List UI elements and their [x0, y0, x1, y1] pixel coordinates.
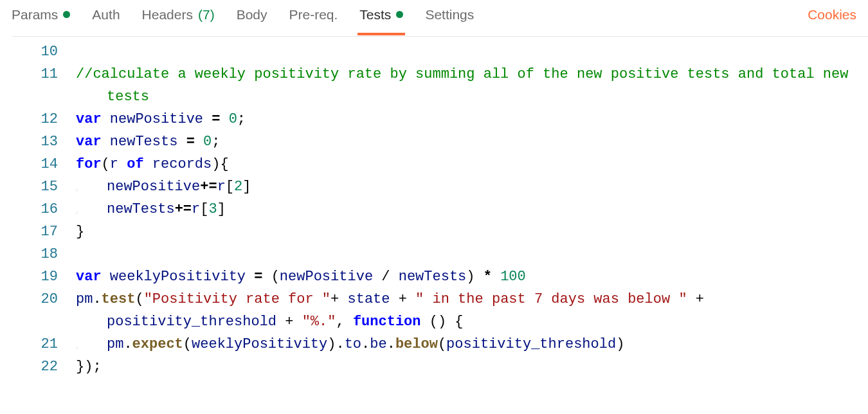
code-token: 0: [203, 134, 212, 150]
code-token: to: [345, 336, 361, 352]
code-token: newTests: [399, 269, 467, 285]
code-token: ;: [237, 111, 246, 127]
code-token: ]: [217, 201, 226, 217]
code-token: (: [183, 336, 192, 352]
tab-tests[interactable]: Tests: [359, 1, 403, 35]
code-token: =: [212, 111, 220, 127]
line-number: 14: [12, 153, 58, 176]
tab-label: Settings: [425, 7, 474, 22]
code-token: [144, 156, 152, 172]
code-token: state: [347, 291, 390, 307]
tab-label: Auth: [92, 7, 120, 22]
code-line: var newTests = 0;: [76, 130, 863, 153]
code-token: {: [220, 156, 228, 172]
code-token: +: [285, 314, 293, 330]
code-token: newTests: [110, 134, 178, 150]
code-token: .: [387, 336, 395, 352]
code-token: ): [212, 156, 220, 172]
cookies-link[interactable]: Cookies: [808, 7, 856, 29]
code-token: +=: [200, 179, 217, 195]
code-token: newPositive: [110, 111, 203, 127]
fade-overlay: [12, 402, 868, 414]
code-token: });: [76, 359, 102, 375]
tab-params[interactable]: Params: [12, 1, 70, 35]
code-token: positivity_threshold: [107, 314, 276, 330]
line-number: 16: [12, 198, 58, 221]
line-number: 12: [12, 108, 58, 130]
tab-prereq[interactable]: Pre-req.: [289, 1, 338, 35]
code-editor[interactable]: 1011 121314151617181920 2122 //calculate…: [12, 36, 868, 414]
code-token: [102, 269, 110, 285]
code-token: ).: [327, 336, 344, 352]
code-token: .: [361, 336, 370, 352]
line-number-gutter: 1011 121314151617181920 2122: [12, 40, 67, 378]
code-token: [118, 156, 127, 172]
code-token: "%.": [302, 314, 336, 330]
code-line: }: [76, 221, 863, 243]
code-content[interactable]: //calculate a weekly positivity rate by …: [76, 40, 863, 378]
code-token: 2: [234, 179, 242, 195]
line-number: 18: [12, 243, 58, 266]
code-token: [: [226, 179, 234, 195]
tabs-left: Params Auth Headers (7) Body Pre-req. Te…: [12, 1, 808, 35]
code-token: "Positivity rate for ": [144, 291, 330, 307]
code-token: 3: [208, 201, 217, 217]
code-token: [293, 314, 302, 330]
code-token: (: [262, 269, 279, 285]
code-token: (: [438, 336, 446, 352]
code-token: ;: [212, 134, 220, 150]
code-token: [: [200, 201, 208, 217]
tab-body[interactable]: Body: [237, 1, 267, 35]
code-token: newPositive: [280, 269, 373, 285]
code-line: var weeklyPositivity = (newPositive / ne…: [76, 266, 863, 288]
code-token: newPositive: [107, 179, 200, 195]
code-token: ]: [242, 179, 251, 195]
code-token: //calculate a weekly positivity rate by …: [76, 66, 857, 105]
tab-headers[interactable]: Headers (7): [142, 1, 215, 35]
code-line: newPositive+=r[2]: [76, 176, 863, 198]
code-token: records: [152, 156, 212, 172]
code-token: ,: [336, 314, 352, 330]
code-token: newTests: [107, 201, 175, 217]
code-token: +: [399, 291, 407, 307]
code-token: [195, 134, 203, 150]
status-dot-icon: [396, 11, 403, 18]
line-number-continuation: [12, 310, 58, 333]
tab-auth[interactable]: Auth: [92, 1, 120, 35]
code-line: [76, 40, 863, 63]
code-line: [76, 243, 863, 266]
code-token: [276, 314, 285, 330]
code-line: pm.expect(weeklyPositivity).to.be.below(…: [76, 333, 863, 356]
tab-label: Tests: [359, 7, 391, 22]
code-token: [407, 291, 415, 307]
code-token: () {: [421, 314, 464, 330]
code-token: *: [484, 269, 492, 285]
tab-label: Body: [237, 7, 267, 22]
code-token: weeklyPositivity: [110, 269, 246, 285]
code-line: for(r of records){: [76, 153, 863, 176]
code-token: pm: [76, 291, 93, 307]
code-token: for: [76, 156, 102, 172]
tab-settings[interactable]: Settings: [425, 1, 474, 35]
headers-count: (7): [198, 7, 215, 22]
code-token: function: [353, 314, 421, 330]
code-token: +: [330, 291, 339, 307]
code-token: var: [76, 269, 102, 285]
line-number: 13: [12, 130, 58, 153]
code-token: .: [123, 336, 132, 352]
code-token: ): [616, 336, 624, 352]
tab-label: Pre-req.: [289, 7, 338, 22]
code-token: [203, 111, 212, 127]
code-token: =: [186, 134, 195, 150]
code-token: +=: [175, 201, 192, 217]
code-token: [102, 134, 110, 150]
code-token: be: [370, 336, 386, 352]
code-token: =: [254, 269, 262, 285]
code-token: r: [110, 156, 118, 172]
code-token: [177, 134, 186, 150]
code-token: positivity_threshold: [446, 336, 616, 352]
code-line: var newPositive = 0;: [76, 108, 863, 130]
code-token: " in the past 7 days was below ": [415, 291, 687, 307]
code-token: r: [217, 179, 226, 195]
code-line: //calculate a weekly positivity rate by …: [76, 63, 863, 108]
